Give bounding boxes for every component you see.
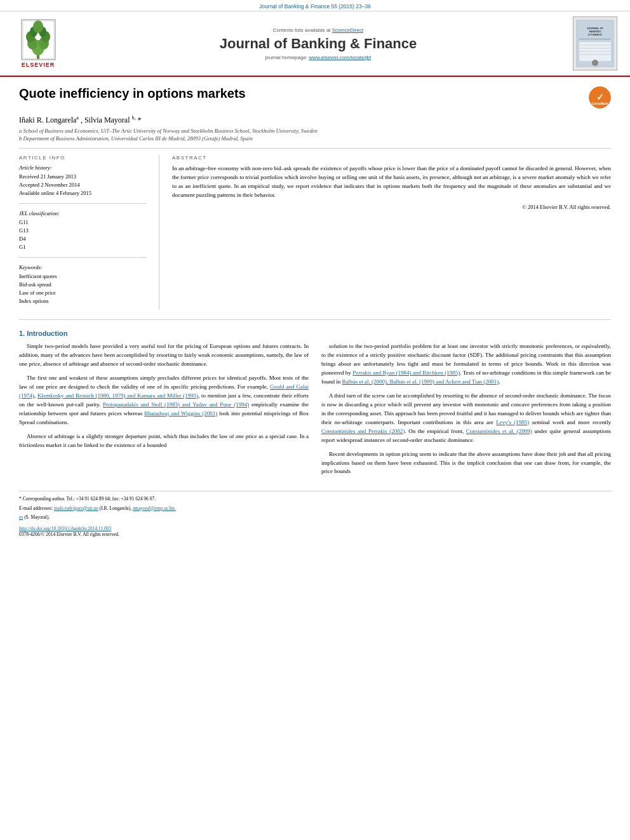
ref-protopapadakis[interactable]: Protopapadakis and Stoll (1983) and Yada…	[103, 401, 249, 408]
elsevier-logo: ELSEVIER	[13, 19, 64, 68]
sciencedirect-link[interactable]: ScienceDirect	[332, 27, 363, 33]
author1-affil-sup: a	[76, 115, 79, 121]
journal-thumbnail: JOURNAL OF BANKING & FINANCE	[573, 17, 617, 70]
authors-line: Iñaki R. Longarelaa , Silvia Mayoral b, …	[19, 115, 611, 125]
doi-section: http://dx.doi.org/10.1016/j.jbankfin.201…	[19, 526, 611, 537]
svg-text:CrossMark: CrossMark	[592, 102, 608, 105]
fn-star: * Corresponding author. Tel.: +34 91 624…	[19, 495, 611, 502]
sciencedirect-notice: Contents lists available at ScienceDirec…	[64, 27, 573, 33]
info-abstract-row: ARTICLE INFO Article history: Received 2…	[19, 155, 611, 310]
section-1-heading: 1. Introduction	[19, 330, 611, 337]
body-para-1: Simple two-period models have provided a…	[19, 342, 309, 369]
journal-citation: Journal of Banking & Finance 55 (2015) 2…	[259, 3, 371, 10]
received-date: Received 21 January 2013	[19, 173, 146, 181]
jel-d4: D4	[19, 235, 146, 243]
email1-link[interactable]: inaki.rodriguez@uit.no	[54, 505, 98, 511]
email-label: E-mail addresses:	[19, 505, 54, 511]
jel-g1: G1	[19, 243, 146, 251]
body-right-col: solution to the two-period portfolio pro…	[321, 342, 611, 481]
kw-4: Index options	[19, 297, 146, 305]
svg-text:& FINANCE: & FINANCE	[588, 33, 602, 36]
divider-2	[19, 203, 146, 204]
elsevier-tree-icon	[21, 19, 56, 60]
author1-name: Iñaki R. Longarela	[19, 116, 76, 124]
main-content: Quote inefficiency in options markets ✓ …	[0, 77, 630, 550]
body-right-para-1: solution to the two-period portfolio pro…	[321, 342, 611, 387]
body-two-col: Simple two-period models have provided a…	[19, 342, 611, 481]
svg-text:✓: ✓	[596, 92, 604, 102]
issn-text: 0378-4266/© 2014 Elsevier B.V. All right…	[19, 531, 119, 537]
author2-name: , Silvia Mayoral	[81, 116, 130, 124]
jel-g11: G11	[19, 218, 146, 227]
top-bar: Journal of Banking & Finance 55 (2015) 2…	[0, 0, 630, 11]
ref-constantinides2[interactable]: Constantinides et al. (2009)	[466, 428, 532, 434]
ref-levy[interactable]: Levy's (1985)	[496, 419, 529, 425]
keywords-section: Keywords: Inefficient quotes Bid-ask spr…	[19, 264, 146, 305]
body-right-para-2: A third turn of the screw can be accompl…	[321, 392, 611, 445]
kw-2: Bid-ask spread	[19, 281, 146, 289]
ref-bharadwaj[interactable]: Bharadwaj and Wiggins (2001)	[144, 410, 217, 417]
abstract-label: ABSTRACT	[172, 155, 611, 161]
article-info-col: ARTICLE INFO Article history: Received 2…	[19, 155, 146, 310]
elsevier-label: ELSEVIER	[13, 62, 64, 68]
journal-title: Journal of Banking & Finance	[64, 36, 573, 52]
section-introduction: 1. Introduction Simple two-period models…	[19, 330, 611, 481]
kw-3: Law of one price	[19, 289, 146, 297]
svg-point-8	[33, 20, 43, 33]
fn-emails: E-mail addresses: inaki.rodriguez@uit.no…	[19, 505, 611, 512]
ref-balbas[interactable]: Balbás et al. (2000), Balbás et al. (199…	[342, 378, 499, 385]
ref-constantinides[interactable]: Constantinides and Perrakis (2002)	[321, 428, 405, 434]
affiliation-b: b Department of Business Administration,…	[19, 135, 611, 142]
author2-affil-sup: b,	[132, 115, 136, 121]
history-label: Article history:	[19, 164, 146, 171]
body-right-para-3: Recent developments in option pricing se…	[321, 450, 611, 477]
ref-perrakis[interactable]: Perrakis and Ryan (1984) and Ritchken (1…	[352, 370, 460, 376]
keywords-label: Keywords:	[19, 264, 146, 270]
available-date: Available online 4 February 2015	[19, 189, 146, 197]
fn-email2-cont: es (S. Mayoral).	[19, 514, 611, 521]
article-title: Quote inefficiency in options markets	[19, 86, 246, 101]
svg-point-22	[592, 60, 598, 66]
accepted-date: Accepted 2 November 2014	[19, 181, 146, 189]
article-info-label: ARTICLE INFO	[19, 155, 146, 161]
email2-link[interactable]: smayoral@emp.uc3m.	[133, 505, 176, 511]
email2-cont-link[interactable]: es	[19, 514, 23, 520]
divider-4	[19, 319, 611, 320]
footnotes-section: * Corresponding author. Tel.: +34 91 624…	[19, 491, 611, 521]
body-para-3: Absence of arbitrage is a slightly stron…	[19, 432, 309, 450]
article-title-row: Quote inefficiency in options markets ✓ …	[19, 86, 611, 109]
homepage-url[interactable]: www.elsevier.com/locate/jbf	[309, 55, 371, 60]
svg-rect-16	[579, 39, 611, 39]
journal-header: ELSEVIER Contents lists available at Sci…	[0, 11, 630, 77]
article-history: Article history: Received 21 January 201…	[19, 164, 146, 197]
abstract-text: In an arbitrage-free economy with non-ze…	[172, 164, 611, 200]
abstract-copyright: © 2014 Elsevier B.V. All rights reserved…	[172, 204, 611, 210]
email1-name: (I.R. Longarela),	[100, 505, 133, 511]
body-para-2: The first one and weakest of these assum…	[19, 374, 309, 427]
ref-klemkosky[interactable]: Klemkosky and Resnick (1980, 1979) and K…	[37, 392, 198, 399]
kw-1: Inefficient quotes	[19, 272, 146, 281]
divider-1	[19, 148, 611, 149]
journal-center-info: Contents lists available at ScienceDirec…	[64, 27, 573, 60]
doi-link[interactable]: http://dx.doi.org/10.1016/j.jbankfin.201…	[19, 526, 111, 531]
divider-3	[19, 257, 146, 258]
jel-g13: G13	[19, 227, 146, 235]
email2-name: (S. Mayoral).	[24, 514, 50, 520]
jel-section: JEL classification: G11 G13 D4 G1	[19, 210, 146, 251]
jel-label: JEL classification:	[19, 210, 146, 217]
body-left-col: Simple two-period models have provided a…	[19, 342, 309, 481]
abstract-col: ABSTRACT In an arbitrage-free economy wi…	[172, 155, 611, 310]
homepage-link: journal homepage: www.elsevier.com/locat…	[64, 55, 573, 60]
affiliation-a: a School of Business and Economics, UiT–…	[19, 128, 611, 134]
corresponding-star: *	[138, 116, 142, 124]
crossmark-icon: ✓ CrossMark	[589, 86, 611, 109]
journal-cover-icon: JOURNAL OF BANKING & FINANCE	[576, 20, 614, 67]
vert-divider	[159, 155, 159, 310]
